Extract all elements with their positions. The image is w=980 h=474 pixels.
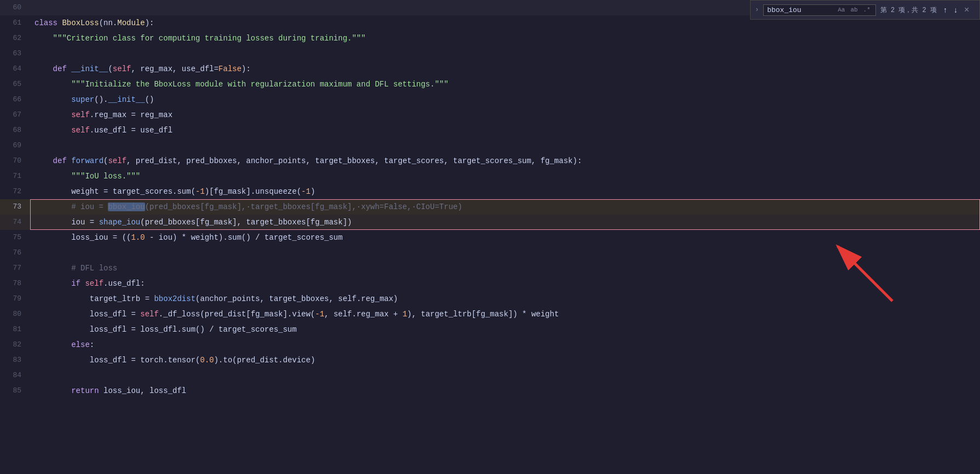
table-row: 84	[0, 368, 980, 383]
line-content: """Criterion class for computing trainin…	[30, 31, 980, 46]
line-content: def __init__(self, reg_max, use_dfl=Fals…	[30, 61, 980, 77]
match-whole-word-button[interactable]: ab	[849, 6, 859, 14]
line-number: 85	[0, 383, 30, 398]
line-content: return loss_iou, loss_dfl	[30, 383, 980, 398]
use-regex-button[interactable]: .*	[862, 6, 872, 14]
line-content: iou = shape_iou(pred_bboxes[fg_mask], ta…	[30, 215, 980, 230]
search-bar: › Aa ab .* 第 2 项，共 2 项 ↑ ↓ ×	[750, 0, 980, 20]
table-row: 78 if self.use_dfl:	[0, 276, 980, 291]
line-content: weight = target_scores.sum(-1)[fg_mask].…	[30, 184, 980, 199]
line-number: 72	[0, 184, 30, 199]
table-row: 83 loss_dfl = torch.tensor(0.0).to(pred_…	[0, 352, 980, 368]
line-number: 79	[0, 291, 30, 307]
line-number: 82	[0, 337, 30, 352]
search-prev-button[interactable]: ↑	[941, 4, 949, 16]
match-case-button[interactable]: Aa	[836, 6, 846, 14]
search-options: Aa ab .*	[836, 6, 872, 14]
table-row: 66 super().__init__()	[0, 92, 980, 107]
line-content: self.use_dfl = use_dfl	[30, 123, 980, 138]
line-number: 67	[0, 107, 30, 123]
line-number: 78	[0, 276, 30, 291]
line-number: 73	[0, 199, 30, 215]
highlighted-lines-wrapper: 73 # iou = bbox_iou(pred_bboxes[fg_mask]…	[0, 199, 980, 230]
table-row: 85 return loss_iou, loss_dfl	[0, 383, 980, 398]
line-number: 81	[0, 322, 30, 337]
line-number: 75	[0, 230, 30, 245]
line-content: target_ltrb = bbox2dist(anchor_points, t…	[30, 291, 980, 307]
line-content: def forward(self, pred_dist, pred_bboxes…	[30, 153, 980, 169]
line-content: # DFL loss	[30, 261, 980, 276]
table-row: 74 iou = shape_iou(pred_bboxes[fg_mask],…	[0, 215, 980, 230]
editor-container: › Aa ab .* 第 2 项，共 2 项 ↑ ↓ × 60 61 class…	[0, 0, 980, 474]
line-content: # iou = bbox_iou(pred_bboxes[fg_mask],·t…	[30, 199, 980, 215]
table-row: 63	[0, 46, 980, 61]
line-number: 62	[0, 31, 30, 46]
line-number: 71	[0, 169, 30, 184]
table-row: 72 weight = target_scores.sum(-1)[fg_mas…	[0, 184, 980, 199]
line-content: loss_dfl = torch.tensor(0.0).to(pred_dis…	[30, 352, 980, 368]
line-content: loss_iou = ((1.0 - iou) * weight).sum() …	[30, 230, 980, 245]
search-next-button[interactable]: ↓	[952, 4, 960, 16]
line-number: 66	[0, 92, 30, 107]
line-number: 69	[0, 138, 30, 153]
line-content: loss_dfl = self._df_loss(pred_dist[fg_ma…	[30, 307, 980, 322]
line-content: loss_dfl = loss_dfl.sum() / target_score…	[30, 322, 980, 337]
table-row: 82 else:	[0, 337, 980, 352]
table-row: 70 def forward(self, pred_dist, pred_bbo…	[0, 153, 980, 169]
line-number: 61	[0, 15, 30, 31]
line-content: else:	[30, 337, 980, 352]
line-number: 83	[0, 352, 30, 368]
table-row: 80 loss_dfl = self._df_loss(pred_dist[fg…	[0, 307, 980, 322]
search-navigation: ↑ ↓ ×	[941, 4, 971, 16]
table-row: 71 """IoU loss."""	[0, 169, 980, 184]
table-row: 75 loss_iou = ((1.0 - iou) * weight).sum…	[0, 230, 980, 245]
table-row: 73 # iou = bbox_iou(pred_bboxes[fg_mask]…	[0, 199, 980, 215]
search-close-button[interactable]: ×	[962, 4, 971, 16]
table-row: 64 def __init__(self, reg_max, use_dfl=F…	[0, 61, 980, 77]
line-number: 70	[0, 153, 30, 169]
line-content: """IoU loss."""	[30, 169, 980, 184]
line-number: 76	[0, 245, 30, 261]
code-area: 60 61 class BboxLoss(nn.Module): 62 """C…	[0, 0, 980, 474]
line-content: super().__init__()	[30, 92, 980, 107]
table-row: 68 self.use_dfl = use_dfl	[0, 123, 980, 138]
line-number: 74	[0, 215, 30, 230]
line-number: 84	[0, 368, 30, 383]
line-number: 80	[0, 307, 30, 322]
line-number: 68	[0, 123, 30, 138]
table-row: 79 target_ltrb = bbox2dist(anchor_points…	[0, 291, 980, 307]
table-row: 76	[0, 245, 980, 261]
table-row: 65 """Initialize the BboxLoss module wit…	[0, 77, 980, 92]
line-number: 64	[0, 61, 30, 77]
line-number: 60	[0, 0, 30, 15]
line-content: """Initialize the BboxLoss module with r…	[30, 77, 980, 92]
line-number: 63	[0, 46, 30, 61]
table-row: 81 loss_dfl = loss_dfl.sum() / target_sc…	[0, 322, 980, 337]
line-content: self.reg_max = reg_max	[30, 107, 980, 123]
search-input[interactable]	[767, 6, 833, 14]
table-row: 69	[0, 138, 980, 153]
search-results-count: 第 2 项，共 2 项	[880, 5, 937, 15]
search-input-wrapper: Aa ab .*	[763, 4, 876, 16]
table-row: 67 self.reg_max = reg_max	[0, 107, 980, 123]
line-number: 65	[0, 77, 30, 92]
search-collapse-icon[interactable]: ›	[755, 6, 759, 14]
line-content: if self.use_dfl:	[30, 276, 980, 291]
table-row: 77 # DFL loss	[0, 261, 980, 276]
table-row: 62 """Criterion class for computing trai…	[0, 31, 980, 46]
line-number: 77	[0, 261, 30, 276]
